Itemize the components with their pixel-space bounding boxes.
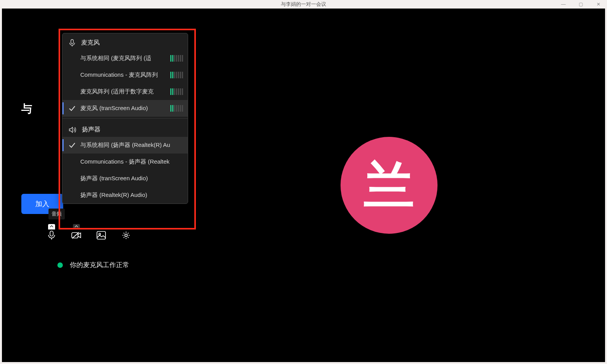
mic-option[interactable]: 麦克风 (tranScreen Audio) xyxy=(62,100,188,117)
speaker-option[interactable]: 扬声器 (Realtek(R) Audio) xyxy=(62,187,188,204)
mic-option-label: 与系统相同 (麦克风阵列 (适 xyxy=(80,55,166,62)
svg-rect-0 xyxy=(50,231,53,236)
maximize-button[interactable]: ▢ xyxy=(572,2,590,7)
mic-status-text: 你的麦克风工作正常 xyxy=(70,260,129,269)
level-meter-icon xyxy=(170,105,183,112)
speaker-option-label: 扬声器 (tranScreen Audio) xyxy=(80,175,183,182)
speaker-option-label: 扬声器 (Realtek(R) Audio) xyxy=(80,191,183,199)
background-button[interactable] xyxy=(96,230,106,240)
image-icon xyxy=(97,231,106,240)
mic-section-label: 麦克风 xyxy=(81,39,100,47)
camera-options-chevron[interactable] xyxy=(73,224,80,229)
level-meter-icon xyxy=(170,55,183,62)
mic-section-header: 麦克风 xyxy=(62,33,188,50)
audio-device-popup: 麦克风 与系统相同 (麦克风阵列 (适Communications - 麦克风阵… xyxy=(62,33,188,204)
close-button[interactable]: ✕ xyxy=(590,2,607,7)
speaker-section-label: 扬声器 xyxy=(82,126,100,134)
window-controls: — ▢ ✕ xyxy=(555,0,607,9)
speaker-option[interactable]: 与系统相同 (扬声器 (Realtek(R) Au xyxy=(62,137,188,154)
speaker-option[interactable]: 扬声器 (tranScreen Audio) xyxy=(62,170,188,187)
camera-button[interactable] xyxy=(71,230,81,240)
level-meter-icon xyxy=(170,88,183,95)
speaker-option-label: Communications - 扬声器 (Realtek xyxy=(80,158,183,166)
minimize-button[interactable]: — xyxy=(555,2,572,7)
avatar-initial: 兰 xyxy=(364,160,414,210)
video-preview-area: 兰 xyxy=(173,9,605,362)
speaker-icon xyxy=(69,126,76,133)
level-meter-icon xyxy=(170,72,183,78)
status-dot-icon xyxy=(57,262,63,268)
mic-option[interactable]: 与系统相同 (麦克风阵列 (适 xyxy=(62,50,188,67)
svg-rect-5 xyxy=(71,40,74,44)
app-body: 与 加入 音频 xyxy=(2,9,605,362)
mic-option[interactable]: 麦克风阵列 (适用于数字麦克 xyxy=(62,83,188,100)
mic-option-label: 麦克风 (tranScreen Audio) xyxy=(80,105,166,112)
camera-off-icon xyxy=(71,231,81,239)
popup-divider xyxy=(62,118,188,119)
mic-status-row: 你的麦克风工作正常 xyxy=(57,260,129,269)
avatar: 兰 xyxy=(341,137,438,234)
device-toolbar xyxy=(47,230,131,240)
mic-icon xyxy=(69,39,76,47)
window-title: 与李娟的一对一会议 xyxy=(281,1,326,8)
svg-rect-2 xyxy=(97,231,105,239)
gear-icon xyxy=(121,231,131,240)
mic-option[interactable]: Communications - 麦克风阵列 xyxy=(62,67,188,83)
svg-rect-1 xyxy=(72,233,78,238)
audio-tooltip: 音频 xyxy=(48,209,65,219)
check-icon xyxy=(69,106,75,111)
settings-button[interactable] xyxy=(121,230,131,240)
window-titlebar: 与李娟的一对一会议 — ▢ ✕ xyxy=(0,0,607,9)
mic-option-label: Communications - 麦克风阵列 xyxy=(80,71,166,79)
speaker-option-label: 与系统相同 (扬声器 (Realtek(R) Au xyxy=(80,141,183,149)
svg-point-4 xyxy=(125,234,127,236)
mic-options-chevron[interactable] xyxy=(48,224,55,229)
check-icon xyxy=(69,143,75,148)
mic-button[interactable] xyxy=(47,230,57,240)
svg-point-3 xyxy=(99,233,101,235)
speaker-option[interactable]: Communications - 扬声器 (Realtek xyxy=(62,154,188,170)
mic-icon xyxy=(47,231,56,240)
mic-option-label: 麦克风阵列 (适用于数字麦克 xyxy=(80,88,166,95)
speaker-section-header: 扬声器 xyxy=(62,120,188,137)
